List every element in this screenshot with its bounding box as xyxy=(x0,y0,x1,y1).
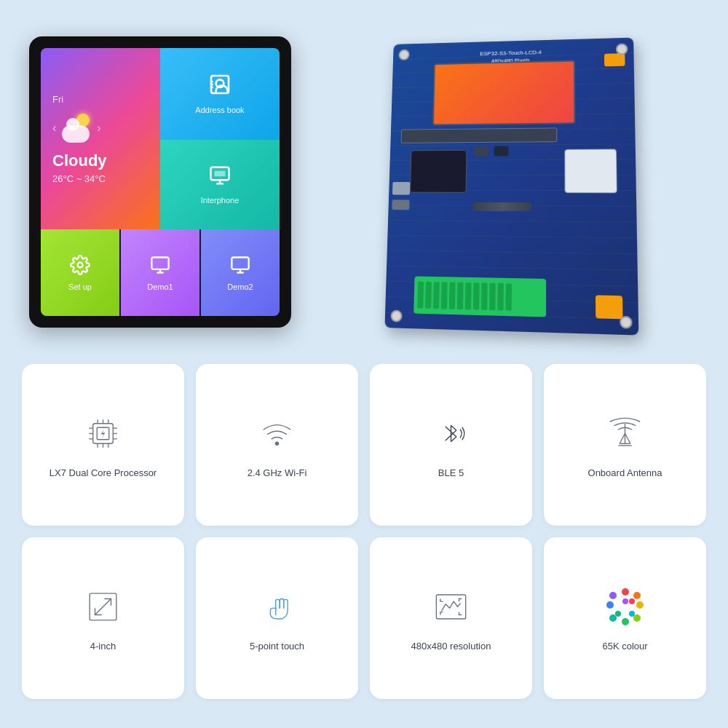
pcb-terminal-block xyxy=(414,276,546,317)
pcb-screw-br xyxy=(620,316,632,329)
wifi-label: 2.4 GHz Wi-Fi xyxy=(248,467,307,478)
right-arrow-icon[interactable]: › xyxy=(97,122,100,135)
touch-label: 5-point touch xyxy=(250,641,304,652)
pcb-cap1 xyxy=(474,146,488,157)
interphone-cell[interactable]: Interphone xyxy=(160,140,280,230)
demo2-icon xyxy=(230,255,250,278)
pcb-wifi-module xyxy=(564,149,617,194)
resolution-label: 480x480 resolution xyxy=(411,641,491,652)
feature-card-resolution: 480x480 resolution xyxy=(370,537,532,699)
top-section: Fri ‹ › Cloudy 26°C ~ 34°C xyxy=(0,0,728,349)
pcb-connector xyxy=(604,53,625,66)
address-book-label: Address book xyxy=(195,106,244,114)
address-book-cell[interactable]: Address book xyxy=(160,48,280,140)
svg-line-36 xyxy=(95,599,111,615)
demo2-label: Demo2 xyxy=(227,282,253,291)
svg-rect-9 xyxy=(151,257,168,269)
lcd-container: Fri ‹ › Cloudy 26°C ~ 34°C xyxy=(29,36,291,328)
setup-icon xyxy=(70,255,90,278)
bottom-row: Set up Demo1 xyxy=(41,229,280,316)
pcb-usb-port xyxy=(392,182,410,195)
resize-icon xyxy=(82,585,125,629)
features-grid: LX7 Dual Core Processor 2.4 GHz Wi-Fi BL… xyxy=(0,349,728,713)
ble-label: BLE 5 xyxy=(438,467,464,478)
demo2-cell[interactable]: Demo2 xyxy=(201,229,280,316)
feature-card-size: 4-inch xyxy=(22,537,184,699)
weather-temp: 26°C ~ 34°C xyxy=(52,173,106,184)
pcb-sd-slot xyxy=(392,199,409,210)
lcd-screen: Fri ‹ › Cloudy 26°C ~ 34°C xyxy=(41,48,280,316)
antenna-icon xyxy=(604,412,647,456)
colorwheel-icon xyxy=(604,585,647,629)
setup-label: Set up xyxy=(68,282,92,291)
wifi-icon xyxy=(256,412,299,456)
weather-cell: Fri ‹ › Cloudy 26°C ~ 34°C xyxy=(41,48,160,229)
svg-point-8 xyxy=(78,262,83,267)
weather-name: Cloudy xyxy=(52,151,107,170)
demo1-cell[interactable]: Demo1 xyxy=(121,229,199,316)
bluetooth-icon xyxy=(430,412,473,456)
feature-card-touch: 5-point touch xyxy=(196,537,358,699)
pcb-container: ESP32-S3-Touch-LCD-4 480x480 Pixels xyxy=(320,36,699,328)
pcb-ffc xyxy=(401,127,558,143)
address-book-icon xyxy=(208,73,232,101)
svg-line-32 xyxy=(620,434,625,444)
feature-card-processor: LX7 Dual Core Processor xyxy=(22,364,184,526)
weather-day: Fri xyxy=(52,94,63,105)
weather-icon xyxy=(62,114,91,143)
svg-point-29 xyxy=(275,442,280,446)
cpu-icon xyxy=(82,412,125,456)
colour-label: 65K colour xyxy=(602,641,647,652)
feature-card-ble: BLE 5 xyxy=(370,364,532,526)
processor-label: LX7 Dual Core Processor xyxy=(50,467,157,478)
svg-rect-5 xyxy=(215,171,226,177)
feature-card-wifi: 2.4 GHz Wi-Fi xyxy=(196,364,358,526)
interphone-icon xyxy=(209,165,231,191)
svg-rect-12 xyxy=(232,257,248,269)
demo1-icon xyxy=(150,255,170,278)
feature-card-colour: 65K colour xyxy=(544,537,706,699)
pcb-board: ESP32-S3-Touch-LCD-4 480x480 Pixels xyxy=(384,38,638,336)
setup-cell[interactable]: Set up xyxy=(41,229,119,316)
size-label: 4-inch xyxy=(90,641,116,652)
pcb-cap2 xyxy=(494,146,509,157)
resolution-icon xyxy=(430,585,473,629)
antenna-label: Onboard Antenna xyxy=(588,467,662,478)
hand-icon xyxy=(256,585,299,629)
svg-line-33 xyxy=(625,434,630,444)
pcb-screen-area xyxy=(432,60,575,126)
left-arrow-icon[interactable]: ‹ xyxy=(52,122,56,135)
svg-rect-0 xyxy=(211,76,229,93)
feature-card-antenna: Onboard Antenna xyxy=(544,364,706,526)
pcb-power-conn xyxy=(596,295,623,319)
interphone-label: Interphone xyxy=(201,196,240,205)
pcb-main-chip xyxy=(410,150,467,193)
pcb-resistors xyxy=(473,202,531,211)
demo1-label: Demo1 xyxy=(147,282,173,291)
